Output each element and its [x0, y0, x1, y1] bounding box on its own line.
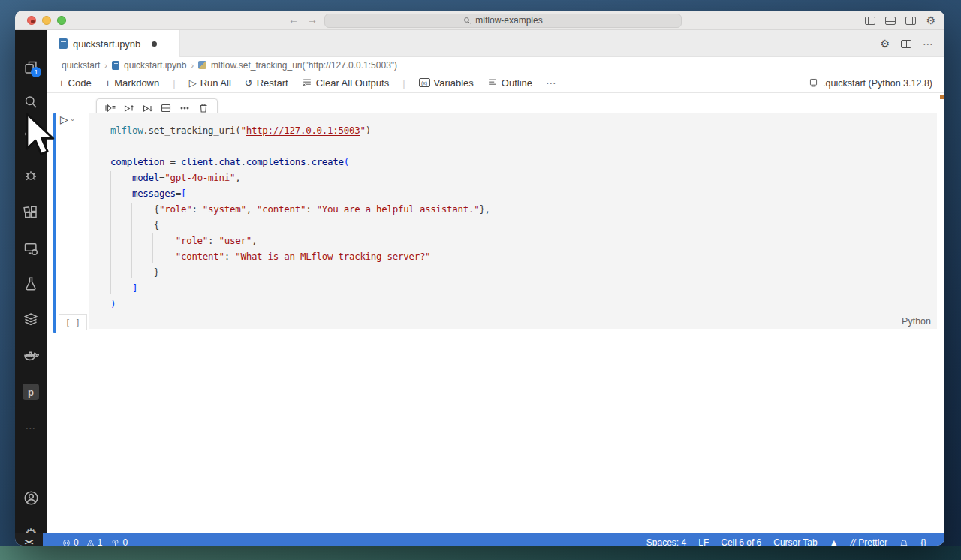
debug-icon — [23, 168, 38, 183]
warning-count: 1 — [98, 539, 103, 546]
account-icon — [23, 490, 39, 506]
breadcrumb-symbol[interactable]: mlflow.set_tracking_uri("http://127.0.0.… — [211, 60, 397, 71]
run-all-label: Run All — [200, 77, 231, 89]
restart-kernel-button[interactable]: ↺ Restart — [245, 77, 288, 89]
cell-code-editor[interactable]: mlflow.set_tracking_uri("http://127.0.0.… — [89, 113, 937, 329]
ports-status[interactable]: 0 — [111, 539, 128, 546]
split-editor-icon[interactable] — [901, 40, 911, 48]
desktop: ← → mlflow-examples ⚙ 1 — [0, 0, 961, 560]
docker-whale-icon — [23, 348, 39, 364]
add-code-cell-button[interactable]: + Code — [59, 77, 92, 89]
python-symbol-icon — [198, 61, 206, 69]
toggle-primary-sidebar-icon[interactable] — [865, 17, 875, 25]
remote-indicator[interactable]: >< — [15, 533, 43, 546]
overview-ruler-warning-marker — [940, 95, 944, 99]
toolbar-more-button[interactable]: ⋯ — [546, 77, 557, 89]
restart-label: Restart — [257, 77, 288, 89]
sidebar-item-run-debug[interactable] — [15, 163, 47, 188]
p-extension-icon: p — [23, 384, 39, 400]
tab-quickstart-ipynb[interactable]: quickstart.ipynb — [47, 30, 180, 57]
activity-more-button[interactable]: ⋯ — [15, 415, 47, 441]
tab-bar: quickstart.ipynb ⚙ ⋯ — [47, 30, 944, 57]
play-icon: ▷ — [60, 113, 68, 125]
cell-position-status[interactable]: Cell 6 of 6 — [721, 539, 761, 546]
notifications-bell[interactable] — [899, 539, 908, 546]
clear-all-outputs-button[interactable]: Clear All Outputs — [302, 77, 390, 89]
run-all-button[interactable]: ▷ Run All — [189, 77, 231, 89]
titlebar: ← → mlflow-examples ⚙ — [15, 11, 944, 30]
chevron-right-icon: › — [104, 61, 107, 70]
toggle-secondary-sidebar-icon[interactable] — [905, 17, 916, 25]
close-button[interactable] — [27, 16, 36, 25]
add-code-label: Code — [68, 77, 92, 89]
sidebar-item-testing[interactable] — [15, 271, 47, 297]
breadcrumb-folder[interactable]: quickstart — [62, 60, 100, 71]
mouse-cursor — [23, 113, 59, 158]
error-icon — [62, 539, 71, 546]
kernel-icon — [809, 78, 818, 88]
clear-outputs-icon — [302, 77, 312, 88]
sidebar-item-explorer[interactable]: 1 — [15, 55, 47, 80]
forward-icon[interactable]: → — [307, 14, 318, 26]
vscode-window: ← → mlflow-examples ⚙ 1 — [15, 11, 944, 546]
customize-layout-gear-icon[interactable]: ⚙ — [926, 15, 935, 26]
breadcrumb: quickstart › quickstart.ipynb › mlflow.s… — [47, 57, 944, 73]
prettier-status[interactable]: // Prettier — [851, 539, 887, 546]
outline-button[interactable]: Outline — [487, 77, 532, 89]
sidebar-item-prettier-p[interactable]: p — [15, 379, 47, 405]
editor-more-actions-icon[interactable]: ⋯ — [923, 38, 934, 50]
editor-settings-gear-icon[interactable]: ⚙ — [880, 38, 890, 49]
status-bar: >< 0 1 0 Spaces: 4 LF Cell 6 of 6 Cursor… — [15, 533, 944, 546]
sidebar-item-extensions[interactable] — [15, 200, 47, 225]
kernel-picker[interactable]: .quickstart (Python 3.12.8) — [809, 73, 932, 93]
radio-tower-icon — [111, 539, 119, 546]
back-icon[interactable]: ← — [288, 14, 299, 26]
warning-icon — [86, 539, 95, 546]
execution-count: [ ] — [59, 314, 87, 330]
chevron-right-icon: › — [191, 61, 194, 70]
maximize-button[interactable] — [57, 16, 66, 25]
error-count: 0 — [74, 539, 79, 546]
search-icon — [23, 95, 38, 110]
sidebar-item-remote-explorer[interactable] — [15, 236, 47, 261]
toolbar-divider: | — [173, 77, 175, 89]
caret-up-icon[interactable]: ▲ — [830, 539, 839, 546]
breadcrumb-file[interactable]: quickstart.ipynb — [124, 60, 186, 71]
notebook-cell-list: ▷ ⌄ mlflow.set_tracking_uri("http://127.… — [47, 93, 944, 533]
search-icon — [463, 17, 471, 25]
cursor-tab-status[interactable]: Cursor Tab — [773, 539, 817, 546]
sidebar-item-docker[interactable] — [15, 343, 47, 369]
problems-status[interactable]: 0 1 — [62, 539, 102, 546]
outline-list-icon — [487, 77, 498, 88]
variables-label: Variables — [434, 77, 474, 89]
indentation-status[interactable]: Spaces: 4 — [646, 539, 686, 546]
accounts-button[interactable] — [15, 485, 47, 510]
chevron-down-icon: ⌄ — [70, 115, 76, 122]
prettier-label: Prettier — [858, 539, 887, 546]
editor-area: quickstart.ipynb ⚙ ⋯ quickstart › quicks… — [47, 30, 944, 533]
clear-outputs-label: Clear All Outputs — [316, 77, 390, 89]
bell-icon — [899, 539, 908, 546]
sidebar-item-databricks[interactable] — [15, 307, 47, 333]
code-lines: mlflow.set_tracking_uri("http://127.0.0.… — [89, 122, 937, 312]
toggle-panel-icon[interactable] — [885, 17, 896, 25]
run-cell-button[interactable]: ▷ ⌄ — [60, 113, 75, 125]
sidebar-item-search[interactable] — [15, 89, 47, 115]
ellipsis-icon: ⋯ — [546, 77, 557, 89]
restart-icon: ↺ — [245, 78, 253, 88]
ports-count: 0 — [122, 539, 128, 546]
search-text: mlflow-examples — [475, 15, 542, 26]
cell-language-picker[interactable]: Python — [902, 316, 931, 327]
tab-modified-dot — [152, 41, 157, 47]
command-center-search[interactable]: mlflow-examples — [324, 14, 682, 28]
prettier-slashes-icon: // — [851, 539, 856, 546]
braces-status[interactable]: {} — [920, 539, 926, 546]
minimize-button[interactable] — [42, 16, 51, 25]
add-markdown-cell-button[interactable]: + Markdown — [105, 77, 160, 89]
tab-label: quickstart.ipynb — [73, 38, 140, 50]
remote-explorer-icon — [23, 241, 38, 256]
explorer-badge: 1 — [31, 67, 41, 77]
notebook-toolbar: + Code + Markdown | ▷ Run All ↺ Restart — [47, 73, 944, 93]
eol-status[interactable]: LF — [698, 539, 709, 546]
variables-button[interactable]: (x) Variables — [419, 77, 474, 89]
